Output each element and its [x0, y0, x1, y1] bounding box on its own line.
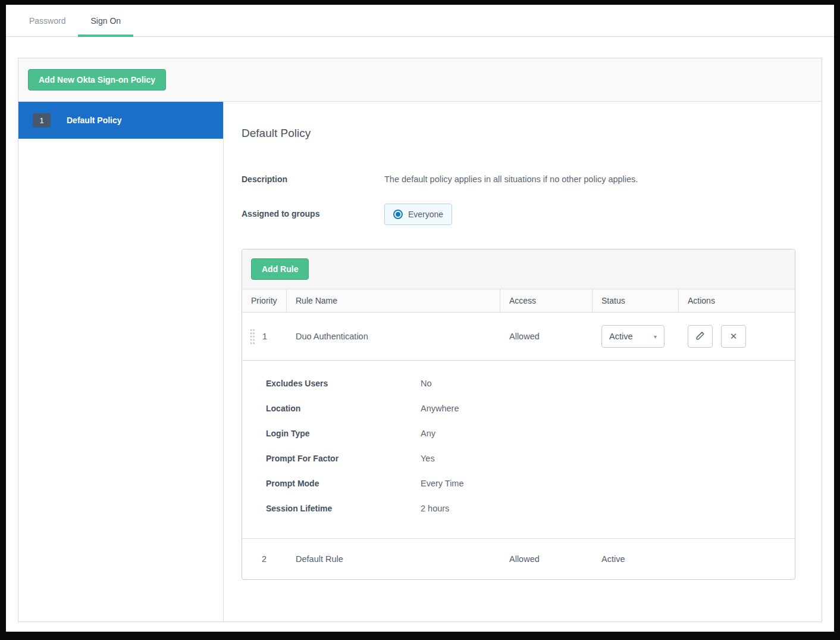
policy-name-label: Default Policy: [67, 115, 122, 125]
rule-2-priority-cell: 2: [242, 554, 287, 564]
assigned-groups-value: Everyone: [384, 204, 452, 225]
assigned-groups-row: Assigned to groups Everyone: [242, 204, 795, 225]
policy-list: 1 Default Policy: [18, 102, 224, 622]
rule-1-status-value: Active: [609, 332, 633, 341]
rule-1-access: Allowed: [500, 332, 593, 341]
description-label: Description: [242, 173, 384, 184]
detail-value: No: [421, 379, 432, 388]
detail-value: Yes: [421, 454, 435, 463]
detail-label: Location: [266, 404, 421, 413]
column-header-status: Status: [593, 289, 679, 312]
tab-bar: Password Sign On: [6, 5, 834, 37]
policy-detail-title: Default Policy: [242, 127, 795, 140]
detail-row-excludes-users: Excludes Users No: [266, 379, 786, 388]
tab-password-label: Password: [29, 16, 65, 26]
detail-value: Anywhere: [421, 404, 459, 413]
assigned-groups-label: Assigned to groups: [242, 204, 384, 218]
policy-priority-badge: 1: [33, 113, 51, 127]
rule-1-actions-cell: ✕: [679, 325, 795, 348]
screen: Password Sign On Add New Okta Sign-on Po…: [0, 0, 840, 640]
panel-body: 1 Default Policy Default Policy Descript…: [18, 101, 822, 622]
page: Password Sign On Add New Okta Sign-on Po…: [6, 5, 834, 632]
rule-1-status-dropdown[interactable]: Active ▾: [601, 325, 665, 348]
detail-label: Login Type: [266, 429, 421, 438]
rule-2-access: Allowed: [500, 554, 593, 564]
rule-row-duo-authentication: 1 Duo Authentication Allowed Active ▾: [242, 313, 795, 361]
detail-row-prompt-mode: Prompt Mode Every Time: [266, 479, 786, 488]
rule-1-name: Duo Authentication: [287, 332, 500, 341]
radio-selected-icon: [393, 210, 403, 219]
caret-down-icon: ▾: [654, 333, 657, 340]
rule-1-status-cell: Active ▾: [593, 325, 679, 348]
detail-label: Prompt For Factor: [266, 454, 421, 463]
sign-on-policy-panel: Add New Okta Sign-on Policy 1 Default Po…: [18, 58, 822, 622]
rule-2-status: Active: [593, 554, 679, 564]
pencil-icon: [695, 331, 705, 342]
detail-row-login-type: Login Type Any: [266, 429, 786, 438]
tab-password[interactable]: Password: [17, 5, 78, 36]
everyone-group-chip[interactable]: Everyone: [384, 204, 452, 225]
rule-2-name: Default Rule: [287, 554, 500, 564]
detail-row-session-lifetime: Session Lifetime 2 hours: [266, 504, 786, 513]
edit-rule-button[interactable]: [688, 325, 713, 348]
policy-detail: Default Policy Description The default p…: [224, 102, 822, 622]
rule-2-priority: 2: [262, 554, 267, 564]
close-icon: ✕: [730, 331, 738, 342]
rule-row-default-rule[interactable]: 2 Default Rule Allowed Active: [242, 539, 795, 579]
detail-label: Session Lifetime: [266, 504, 421, 513]
detail-label: Prompt Mode: [266, 479, 421, 488]
detail-row-prompt-for-factor: Prompt For Factor Yes: [266, 454, 786, 463]
detail-row-location: Location Anywhere: [266, 404, 786, 413]
description-value: The default policy applies in all situat…: [384, 173, 638, 186]
rules-table-header: Priority Rule Name Access Status Actions: [242, 289, 795, 313]
rule-1-priority-cell: 1: [242, 329, 287, 345]
column-header-priority: Priority: [242, 289, 287, 312]
detail-value: 2 hours: [421, 504, 449, 513]
panel-toolbar: Add New Okta Sign-on Policy: [18, 58, 822, 101]
add-rule-button[interactable]: Add Rule: [251, 258, 309, 280]
tab-sign-on[interactable]: Sign On: [78, 5, 133, 36]
column-header-access: Access: [500, 289, 593, 312]
column-header-actions: Actions: [679, 289, 795, 312]
policy-list-item-default-policy[interactable]: 1 Default Policy: [18, 102, 223, 139]
column-header-rule-name: Rule Name: [287, 289, 500, 312]
rule-1-priority: 1: [262, 332, 267, 341]
detail-value: Any: [421, 429, 435, 438]
detail-value: Every Time: [421, 479, 464, 488]
rules-card: Add Rule Priority Rule Name Access Statu…: [242, 249, 795, 580]
rule-1-details: Excludes Users No Location Anywhere Logi…: [242, 361, 795, 539]
description-row: Description The default policy applies i…: [242, 173, 795, 186]
add-policy-button[interactable]: Add New Okta Sign-on Policy: [28, 69, 166, 90]
everyone-chip-label: Everyone: [408, 208, 443, 220]
tab-sign-on-label: Sign On: [90, 16, 121, 26]
drag-handle-icon[interactable]: [250, 329, 255, 345]
rules-toolbar: Add Rule: [242, 249, 795, 289]
detail-label: Excludes Users: [266, 379, 421, 388]
delete-rule-button[interactable]: ✕: [721, 325, 746, 348]
